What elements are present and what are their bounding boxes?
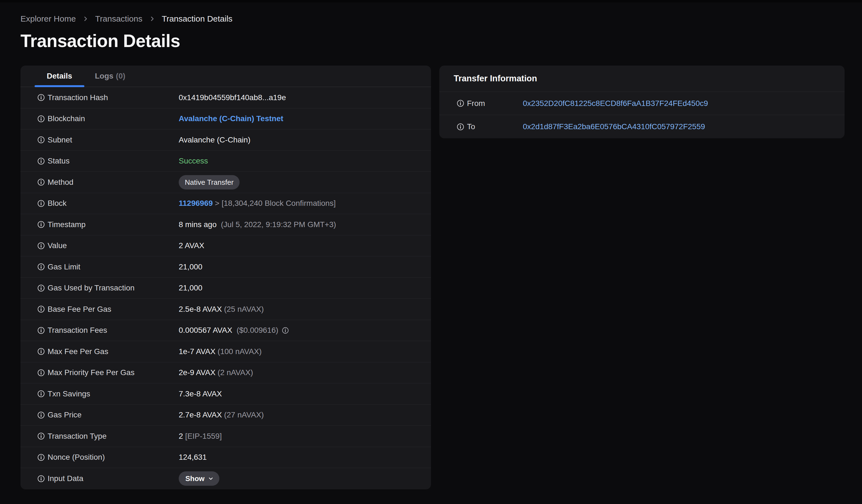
input-data-label: Input Data [48,474,83,483]
transaction-details-card: Details Logs (0) Transaction Hash 0x1419… [21,66,431,489]
info-icon[interactable] [456,99,465,107]
to-label: To [467,122,475,131]
breadcrumb-transaction-details: Transaction Details [162,14,233,24]
value-text: 1e-7 AVAX [179,347,216,356]
info-icon[interactable] [456,123,465,131]
info-icon[interactable] [37,475,45,483]
info-icon[interactable] [37,178,45,186]
info-icon[interactable] [282,327,289,334]
info-icon[interactable] [37,453,45,461]
value-value: 2 AVAX [179,241,204,250]
detail-row-block: Block 11296969 > [18,304,240 Block Confi… [21,193,431,214]
info-icon[interactable] [37,157,45,165]
detail-rows-list: Transaction Hash 0x1419b04559bf140ab8...… [21,87,431,489]
breadcrumb-explorer-home[interactable]: Explorer Home [21,14,76,24]
detail-row-txn-savings: Txn Savings 7.3e-8 AVAX [21,383,431,405]
detail-row-transaction-type: Transaction Type 2 [EIP-1559] [21,426,431,447]
timestamp-label: Timestamp [48,220,86,229]
transaction-fees-label: Transaction Fees [48,326,107,335]
detail-row-blockchain: Blockchain Avalanche (C-Chain) Testnet [21,108,431,130]
detail-row-status: Status Success [21,151,431,172]
nonce-position-label: Nonce (Position) [48,453,105,462]
gas-used-by-transaction-value: 21,000 [179,283,203,292]
max-fee-per-gas-value: 1e-7 AVAX (100 nAVAX) [179,347,262,356]
info-icon[interactable] [37,347,45,356]
value-text: [EIP-1559] [183,432,222,441]
info-icon[interactable] [37,136,45,144]
detail-row-subnet: Subnet Avalanche (C-Chain) [21,130,431,151]
block-link[interactable]: 11296969 [179,199,213,208]
info-icon[interactable] [37,432,45,440]
transaction-type-value: 2 [EIP-1559] [179,432,222,441]
input-data-show-button[interactable]: Show [179,472,219,486]
to-address-link[interactable]: 0x2d1d87fF3Ea2ba6E0576bCA4310fC057972F25… [523,122,705,131]
show-button-label: Show [185,475,205,482]
tab-logs-count: (0) [116,72,125,80]
max-priority-fee-per-gas-value: 2e-9 AVAX (2 nAVAX) [179,368,253,377]
value-text: > [18,304,240 Block Confirmations] [213,199,336,208]
detail-row-transaction-fees: Transaction Fees 0.000567 AVAX ($0.00961… [21,320,431,341]
info-icon[interactable] [37,390,45,398]
detail-row-gas-limit: Gas Limit 21,000 [21,256,431,278]
chevron-down-icon [208,476,214,481]
info-icon[interactable] [37,221,45,228]
info-icon[interactable] [37,199,45,208]
value-text: (Jul 5, 2022, 9:19:32 PM GMT+3) [217,220,336,229]
breadcrumb-transactions[interactable]: Transactions [95,14,142,24]
input-data-value: Show [179,472,219,486]
blockchain-link[interactable]: Avalanche (C-Chain) Testnet [179,114,283,123]
detail-row-input-data: Input Data Show [21,468,431,489]
value-text: 2 [179,432,183,441]
status-value: Success [179,157,208,165]
block-label: Block [48,199,66,208]
info-icon[interactable] [37,369,45,377]
blockchain-label: Blockchain [48,114,85,123]
tab-logs[interactable]: Logs (0) [87,66,133,87]
value-text: Success [179,157,208,165]
subnet-value: Avalanche (C-Chain) [179,135,250,144]
from-address-link[interactable]: 0x2352D20fC81225c8ECD8f6FaA1B37F24FEd450… [523,99,708,108]
info-icon[interactable] [37,93,45,102]
gas-limit-label: Gas Limit [48,263,80,271]
value-text: 21,000 [179,283,203,292]
value-text: 2 AVAX [179,241,204,250]
tab-details[interactable]: Details [35,66,84,87]
transfer-card-title: Transfer Information [439,66,845,92]
info-icon[interactable] [37,305,45,313]
transfer-row-to: To 0x2d1d87fF3Ea2ba6E0576bCA4310fC057972… [439,115,845,138]
tab-logs-label: Logs [95,72,114,80]
method-value: Native Transfer [179,175,239,189]
base-fee-per-gas-label: Base Fee Per Gas [48,305,111,314]
chevron-right-icon [82,15,89,23]
info-icon[interactable] [37,284,45,292]
transfer-row-from: From 0x2352D20fC81225c8ECD8f6FaA1B37F24F… [439,92,845,115]
method-label: Method [48,178,73,187]
info-icon[interactable] [37,263,45,271]
active-tab-underline [35,85,84,87]
value-text: ($0.009616) [232,326,278,335]
detail-row-max-priority-fee-per-gas: Max Priority Fee Per Gas 2e-9 AVAX (2 nA… [21,362,431,384]
value-text: 124,631 [179,453,207,462]
info-icon[interactable] [37,327,45,334]
from-label: From [467,99,485,108]
transaction-hash-label: Transaction Hash [48,93,108,102]
transaction-hash-value: 0x1419b04559bf140ab8...a19e [179,93,286,102]
detail-row-value: Value 2 AVAX [21,235,431,257]
info-icon[interactable] [37,115,45,123]
value-text: 8 mins ago [179,220,217,229]
transaction-details-page: Explorer Home Transactions Transaction D… [0,2,862,489]
tab-bar: Details Logs (0) [21,66,431,87]
transaction-type-label: Transaction Type [48,432,106,441]
max-fee-per-gas-label: Max Fee Per Gas [48,347,108,356]
window-top-edge [0,0,862,2]
transaction-fees-value: 0.000567 AVAX ($0.009616) [179,326,289,335]
txn-savings-label: Txn Savings [48,389,90,398]
value-text: (2 nAVAX) [216,368,253,377]
chevron-right-icon [148,15,156,23]
info-icon[interactable] [37,242,45,250]
info-icon[interactable] [37,411,45,419]
timestamp-value: 8 mins ago (Jul 5, 2022, 9:19:32 PM GMT+… [179,220,336,229]
base-fee-per-gas-value: 2.5e-8 AVAX (25 nAVAX) [179,305,264,314]
blockchain-value: Avalanche (C-Chain) Testnet [179,114,283,123]
value-text: (27 nAVAX) [222,411,264,419]
